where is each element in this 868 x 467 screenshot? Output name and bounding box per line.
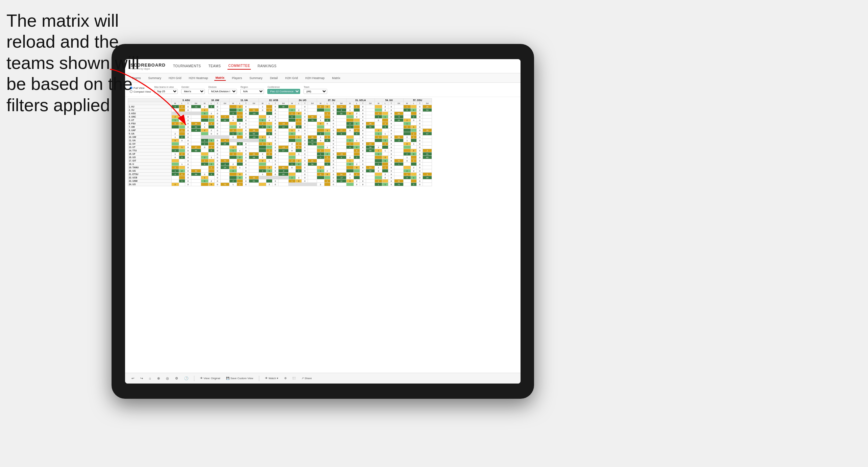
matrix-cell: 0: [243, 108, 249, 112]
matrix-cell: 1: [382, 149, 388, 152]
matrix-cell: 25: [423, 105, 432, 108]
matrix-cell: 0: [272, 142, 279, 146]
matrix-cell: 2: [266, 149, 272, 152]
conference-filter: Conference Pac-12 Conference: [267, 86, 300, 94]
matrix-cell: [317, 176, 324, 179]
matrix-cell: 60: [423, 156, 432, 159]
matrix-cell: 2: [411, 115, 417, 119]
matrix-cell: 3: [336, 108, 346, 112]
save-custom-view-button[interactable]: 💾 Save Custom View: [224, 376, 255, 380]
matrix-cell: 2: [403, 169, 411, 173]
fullscreen-button[interactable]: ⛶: [291, 376, 297, 380]
matrix-cell: 0: [272, 115, 279, 119]
matrix-cell: 0: [185, 122, 191, 125]
matrix-cell: [249, 163, 259, 166]
home-button[interactable]: ⌂: [147, 376, 153, 381]
matrix-cell: 32: [336, 112, 346, 115]
matrix-cell: 0: [243, 152, 249, 156]
matrix-cell: [266, 156, 272, 159]
matrix-cell: 0: [214, 108, 220, 112]
matrix-cell: [324, 176, 330, 179]
matrix-cell: [249, 169, 259, 173]
subnav-h2h-heatmap2[interactable]: H2H Heatmap: [304, 76, 326, 80]
conference-select[interactable]: Pac-12 Conference: [267, 89, 300, 94]
team-filter: Team (All): [304, 86, 327, 94]
matrix-cell: 1: [375, 166, 382, 169]
subnav-matrix[interactable]: Matrix: [214, 75, 226, 81]
team-select[interactable]: (All): [304, 89, 327, 94]
matrix-cell: 0: [185, 119, 191, 122]
matrix-area[interactable]: 3. ASU 10. UW 11. UA 22. UCB 24. UO 27. …: [125, 97, 521, 373]
share-menu-button[interactable]: ⚙: [283, 376, 288, 380]
osu-t: T: [417, 102, 423, 105]
gender-select[interactable]: Men's: [181, 89, 205, 94]
matrix-cell: 0: [403, 108, 411, 112]
matrix-cell: 0: [272, 129, 279, 132]
max-teams-select[interactable]: Top 25: [154, 89, 178, 94]
nav-rankings[interactable]: RANKINGS: [257, 63, 277, 69]
matrix-cell: [249, 105, 259, 108]
nav-tournaments[interactable]: TOURNAMENTS: [172, 63, 202, 69]
matrix-cell: [403, 163, 411, 166]
matrix-cell: [191, 142, 201, 146]
matrix-cell: 0: [330, 142, 336, 146]
add-button[interactable]: ⊕: [155, 376, 162, 381]
matrix-cell: 0: [317, 122, 324, 125]
matrix-cell: [191, 163, 201, 166]
osu-dif: Dif: [423, 102, 432, 105]
table-row: 4. UNC2000-71102000442000110-520: [128, 115, 432, 119]
matrix-cell: 0: [388, 132, 394, 136]
clock-button[interactable]: 🕐: [183, 376, 190, 381]
matrix-cell: 66: [191, 149, 201, 152]
matrix-cell: 0: [360, 169, 366, 173]
view-original-button[interactable]: 👁 View: Original: [198, 376, 222, 380]
matrix-cell: 0: [330, 152, 336, 156]
matrix-cell: 1: [324, 112, 330, 115]
watch-button[interactable]: 👁 Watch ▾: [263, 376, 280, 380]
matrix-cell: 2: [179, 136, 185, 139]
matrix-cell: [201, 169, 208, 173]
division-select[interactable]: NCAA Division I: [208, 89, 237, 94]
matrix-cell: 2: [171, 166, 179, 169]
table-row: 23. UNM1002020610100101202020460: [128, 179, 432, 183]
home-icon: ⌂: [149, 376, 151, 380]
matrix-cell: 0: [360, 122, 366, 125]
matrix-cell: 2: [354, 129, 360, 132]
asu-dif: Dif: [191, 102, 201, 105]
matrix-cell: 2: [201, 173, 208, 176]
matrix-cell: 2: [411, 132, 417, 136]
matrix-cell: [366, 132, 375, 136]
share-button[interactable]: ↗ Share: [300, 376, 313, 380]
matrix-cell: 0: [388, 173, 394, 176]
matrix-cell: [259, 146, 266, 149]
target-button[interactable]: ◎: [164, 376, 171, 381]
subnav-summary2[interactable]: Summary: [248, 76, 264, 80]
matrix-cell: 0: [330, 179, 336, 183]
nav-committee[interactable]: COMMITTEE: [227, 63, 251, 70]
matrix-cell: 0: [243, 169, 249, 173]
subnav-h2h-grid2[interactable]: H2H Grid: [284, 76, 299, 80]
matrix-cell: 0: [214, 146, 220, 149]
subnav-detail[interactable]: Detail: [269, 76, 279, 80]
redo-button[interactable]: ↪: [139, 376, 145, 381]
matrix-cell: 1: [411, 125, 417, 129]
ucla-l: L: [354, 102, 360, 105]
matrix-cell: 0: [230, 119, 237, 122]
undo-button[interactable]: ↩: [130, 376, 136, 381]
matrix-cell: [191, 139, 201, 142]
subnav-h2h-grid[interactable]: H2H Grid: [167, 76, 183, 80]
subnav-players[interactable]: Players: [231, 76, 243, 80]
subnav-h2h-heatmap[interactable]: H2H Heatmap: [188, 76, 210, 80]
region-select[interactable]: N/A: [240, 89, 264, 94]
settings-button[interactable]: ⚙: [173, 376, 180, 381]
matrix-cell: [394, 142, 403, 146]
matrix-cell: 0: [272, 119, 279, 122]
matrix-cell: [375, 122, 382, 125]
matrix-cell: 1: [324, 129, 330, 132]
matrix-cell: 0: [417, 169, 423, 173]
matrix-cell: 0: [214, 176, 220, 179]
matrix-cell: 0: [417, 115, 423, 119]
table-row: 10. UW12000-16200101812000069200: [128, 136, 432, 139]
nav-teams[interactable]: TEAMS: [208, 63, 221, 69]
subnav-matrix2[interactable]: Matrix: [331, 76, 342, 80]
